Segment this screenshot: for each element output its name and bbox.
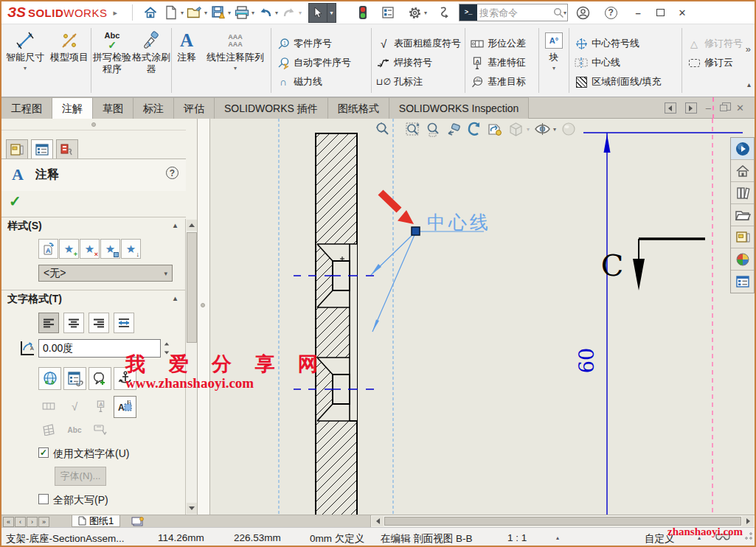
first-sheet-button[interactable]: « <box>3 517 14 527</box>
scroll-down-button[interactable] <box>187 503 197 514</box>
ribbon-format-painter[interactable]: A 格式涂刷器 <box>132 24 170 97</box>
align-center-button[interactable] <box>63 313 84 333</box>
section-cut-arrow[interactable] <box>633 239 705 290</box>
units-caret-icon[interactable]: ▴ <box>698 534 701 541</box>
panel-scrollbar[interactable] <box>185 219 197 515</box>
undo-dropdown-icon[interactable]: ▾ <box>275 10 278 16</box>
account-button[interactable] <box>574 4 592 21</box>
ribbon-centerline[interactable]: 中心线 <box>570 53 681 72</box>
hscroll-thumb[interactable] <box>384 517 741 526</box>
graphics-area[interactable]: 中心线 60 C <box>210 119 755 515</box>
ribbon-auto-balloon[interactable]: 自动零件序号 <box>272 53 370 72</box>
prev-sheet-button[interactable]: ‹ <box>15 517 26 527</box>
lock-anchor-button[interactable] <box>114 367 136 390</box>
ribbon-revision-cloud[interactable]: 修订云 <box>683 53 748 72</box>
search-dropdown-icon[interactable]: ▾ <box>563 10 566 16</box>
ribbon-gtol[interactable]: 形位公差 <box>466 34 538 53</box>
zoom-to-fit-button[interactable] <box>374 120 392 138</box>
previous-view-button[interactable] <box>445 120 462 138</box>
scroll-up-button[interactable] <box>187 220 197 231</box>
angle-input[interactable]: 0.00度 <box>38 339 161 358</box>
insert-block-button[interactable]: A1 <box>114 396 136 418</box>
logo-flyout-arrow-icon[interactable]: ▸ <box>113 8 117 18</box>
smart-dimension-dropdown-icon[interactable]: ▾ <box>24 65 27 72</box>
delete-style-button[interactable]: ★× <box>80 239 100 259</box>
ribbon-center-mark[interactable]: 中心符号线 <box>570 34 681 53</box>
note-text[interactable]: 中心线 <box>427 212 491 232</box>
taskpane-view-palette-button[interactable] <box>731 226 754 248</box>
status-scale[interactable]: 1 : 1 <box>507 532 527 543</box>
tab-drawing[interactable]: 工程图 <box>1 97 52 119</box>
note-drag-handle[interactable] <box>412 227 420 235</box>
xpress-tools-button[interactable] <box>435 4 453 21</box>
zoom-in-out-button[interactable] <box>424 120 442 138</box>
section-view-part[interactable] <box>316 133 357 515</box>
options-dropdown-icon[interactable]: ▾ <box>424 10 427 16</box>
ribbon-more-icon[interactable]: » <box>746 43 751 55</box>
tab-evaluate[interactable]: 评估 <box>174 97 215 119</box>
tab-sheet-format[interactable]: 图纸格式 <box>328 97 389 119</box>
scroll-thumb[interactable] <box>187 232 197 343</box>
taskpane-home-button[interactable] <box>731 160 754 182</box>
section-label[interactable]: C <box>601 248 624 282</box>
new-document-button[interactable] <box>162 4 180 21</box>
panel-help-icon[interactable]: ? <box>166 167 178 179</box>
block-dropdown-icon[interactable]: ▾ <box>552 65 555 72</box>
panel-splitter[interactable] <box>198 119 210 515</box>
ribbon-datum-target[interactable]: A1 基准目标 <box>466 72 538 91</box>
tab-feature-manager[interactable] <box>6 139 28 158</box>
ribbon-model-items[interactable]: 模型项目 <box>49 24 90 97</box>
use-doc-font-checkbox[interactable]: ✓ <box>38 447 49 458</box>
last-sheet-button[interactable]: » <box>38 517 49 527</box>
open-dropdown-icon[interactable]: ▾ <box>204 10 207 16</box>
tab-inspection[interactable]: SOLIDWORKS Inspection <box>389 97 530 119</box>
save-dropdown-icon[interactable]: ▾ <box>228 10 231 16</box>
taskpane-design-library-button[interactable] <box>731 182 754 204</box>
ok-check-button[interactable]: ✓ <box>9 192 21 210</box>
save-button[interactable] <box>209 4 227 21</box>
scroll-left-button[interactable] <box>372 516 384 526</box>
ribbon-linear-note-pattern[interactable]: AAA AAA 线性注释阵列 ▾ <box>201 24 270 97</box>
tab-configuration-manager[interactable] <box>56 139 78 158</box>
doc-minimize-button[interactable]: – <box>706 103 711 113</box>
close-button[interactable]: ✕ <box>673 4 692 21</box>
select-tool-button[interactable] <box>308 3 327 23</box>
ribbon-area-hatch[interactable]: 区域剖面线/填充 <box>570 72 681 91</box>
tab-property-manager[interactable] <box>31 139 53 158</box>
ribbon-weld-symbol[interactable]: 焊接符号 <box>372 53 464 72</box>
print-button[interactable] <box>233 4 251 21</box>
previous-view-pane-button[interactable] <box>665 102 676 114</box>
add-sheet-button[interactable] <box>128 516 146 527</box>
tab-addins[interactable]: SOLIDWORKS 插件 <box>215 97 328 119</box>
ribbon-collapse-icon[interactable]: ▴ <box>747 80 751 88</box>
tab-sketch[interactable]: 草图 <box>93 97 133 119</box>
all-caps-checkbox[interactable] <box>38 494 49 504</box>
link-to-property-button[interactable] <box>63 367 86 390</box>
print-dropdown-icon[interactable]: ▾ <box>252 10 254 16</box>
taskpane-resources-button[interactable] <box>731 138 754 160</box>
maximize-button[interactable] <box>651 4 670 21</box>
redraw-button[interactable] <box>465 120 483 138</box>
ribbon-balloon[interactable]: 1 零件序号 <box>272 34 370 53</box>
align-right-button[interactable] <box>89 313 109 333</box>
dimension-60[interactable]: 60 <box>575 133 743 515</box>
add-symbol-button[interactable] <box>89 367 111 390</box>
style-dropdown[interactable]: <无> ▾ <box>38 265 173 282</box>
scroll-right-button[interactable] <box>742 516 754 526</box>
status-units[interactable]: 自定义 <box>645 532 675 546</box>
ribbon-surface-finish[interactable]: √ 表面粗糙度符号 <box>372 34 464 53</box>
search-input[interactable] <box>477 7 553 18</box>
open-button[interactable] <box>186 4 204 21</box>
load-style-button[interactable]: ★↓ <box>121 239 141 259</box>
ribbon-magnetic-line[interactable]: ∩ 磁力线 <box>272 72 370 91</box>
select-tool-dropdown-icon[interactable]: ▾ <box>327 3 336 23</box>
style-collapse-icon[interactable]: ▴ <box>173 221 177 229</box>
ribbon-spell-checker[interactable]: Abc✓ 拼写检验程序 <box>92 24 132 97</box>
rebuild-traffic-light-button[interactable] <box>354 4 372 21</box>
linear-pattern-dropdown-icon[interactable]: ▾ <box>234 65 237 72</box>
options-gear-button[interactable] <box>406 4 423 21</box>
help-button[interactable]: ? <box>602 4 620 21</box>
align-left-button[interactable] <box>38 313 59 333</box>
angle-spinner[interactable] <box>161 339 173 358</box>
zoom-to-area-button[interactable] <box>403 120 421 138</box>
